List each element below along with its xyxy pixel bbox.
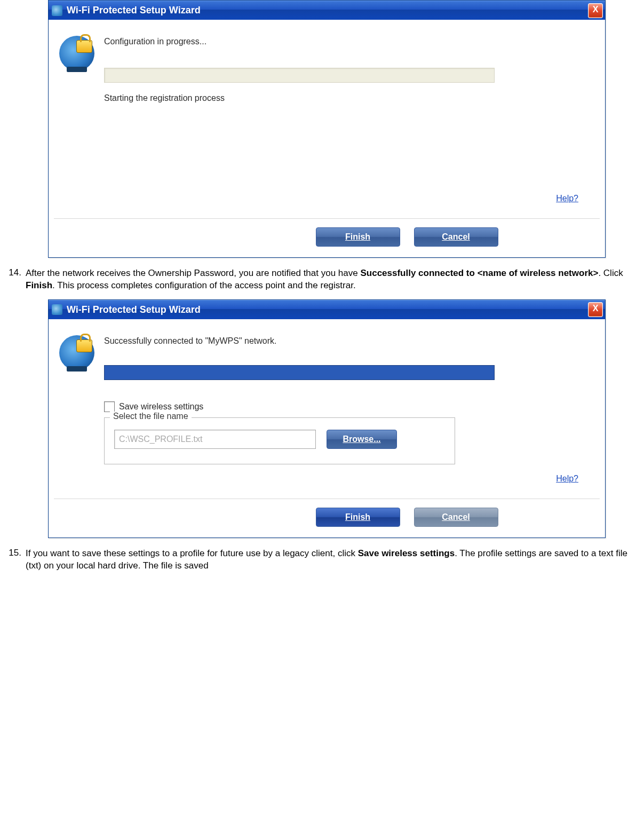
- step-text: If you want to save these settings to a …: [26, 548, 644, 572]
- progress-heading: Configuration in progress...: [104, 37, 594, 46]
- button-bar: Finish Cancel: [49, 219, 605, 257]
- cancel-button[interactable]: Cancel: [414, 227, 498, 247]
- help-link[interactable]: Help?: [556, 474, 578, 483]
- save-settings-checkbox[interactable]: [104, 401, 115, 412]
- finish-button[interactable]: Finish: [316, 508, 400, 527]
- app-icon: [52, 5, 62, 16]
- save-settings-label: Save wireless settings: [119, 402, 203, 412]
- status-text: Starting the registration process: [104, 93, 594, 103]
- browse-button[interactable]: Browse...: [327, 430, 397, 449]
- wps-wizard-dialog-progress: Wi-Fi Protected Setup Wizard X Configura…: [48, 0, 606, 258]
- file-path-input[interactable]: [114, 430, 316, 449]
- step-text: After the network receives the Ownership…: [26, 267, 644, 292]
- finish-button[interactable]: Finish: [316, 227, 400, 247]
- instruction-step-15: 15. If you want to save these settings t…: [0, 548, 644, 572]
- progress-bar: [104, 68, 495, 83]
- progress-bar-complete: [104, 365, 495, 380]
- titlebar[interactable]: Wi-Fi Protected Setup Wizard X: [49, 300, 605, 319]
- window-title: Wi-Fi Protected Setup Wizard: [67, 5, 201, 16]
- app-icon: [52, 304, 62, 315]
- instruction-step-14: 14. After the network receives the Owner…: [0, 267, 644, 292]
- wps-wizard-dialog-success: Wi-Fi Protected Setup Wizard X Successfu…: [48, 299, 606, 538]
- step-number: 15.: [0, 548, 26, 572]
- groupbox-legend: Select the file name: [110, 412, 192, 421]
- success-heading: Successfully connected to "MyWPS" networ…: [104, 336, 594, 346]
- close-icon[interactable]: X: [588, 3, 603, 18]
- help-link[interactable]: Help?: [556, 194, 578, 203]
- button-bar: Finish Cancel: [49, 499, 605, 538]
- close-icon[interactable]: X: [588, 302, 603, 317]
- step-number: 14.: [0, 267, 26, 292]
- wifi-lock-icon: [59, 335, 94, 370]
- cancel-button[interactable]: Cancel: [414, 508, 498, 527]
- titlebar[interactable]: Wi-Fi Protected Setup Wizard X: [49, 1, 605, 20]
- file-name-groupbox: Select the file name Browse...: [104, 417, 455, 464]
- wifi-lock-icon: [59, 36, 94, 71]
- window-title: Wi-Fi Protected Setup Wizard: [67, 304, 201, 315]
